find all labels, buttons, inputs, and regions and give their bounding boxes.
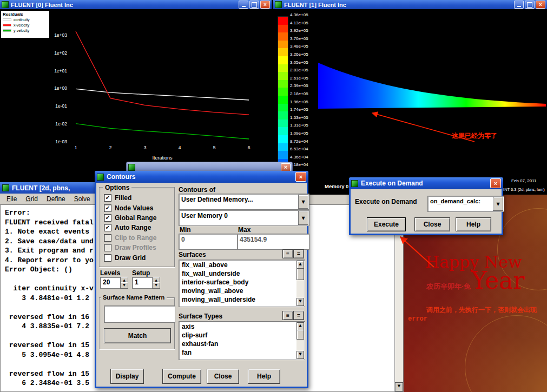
menu-item[interactable]: File xyxy=(2,195,21,203)
deselect-icon[interactable]: = xyxy=(293,311,304,320)
checkbox-icon[interactable] xyxy=(104,234,111,242)
surfaces-list-item[interactable]: moving_wall_underside xyxy=(180,296,296,304)
surfaces-list-item[interactable]: moving_wall_above xyxy=(180,287,296,296)
help-button[interactable]: Help xyxy=(456,217,491,231)
checkbox-icon[interactable]: ✔ xyxy=(104,204,111,212)
scroll-up-icon[interactable]: ▲ xyxy=(296,322,304,330)
spin-down-icon[interactable]: ▼ xyxy=(152,282,160,289)
menu-item[interactable]: Grid xyxy=(21,195,42,203)
checkbox-icon[interactable]: ✔ xyxy=(104,224,111,231)
colorbar-band xyxy=(278,127,288,135)
setup-stepper[interactable]: 1 ▲ ▼ xyxy=(132,277,160,289)
surface-types-list-item[interactable]: fan xyxy=(180,349,296,357)
function-dropdown[interactable]: on_demand_calc: ▼ xyxy=(427,196,504,212)
surfaces-list-item[interactable]: fix_wall_above xyxy=(180,261,296,270)
contours-of-dropdown[interactable]: User Defined Memory... ▼ xyxy=(179,194,309,210)
fluent1-title: FLUENT [1] Fluent Inc xyxy=(284,2,346,8)
close-icon[interactable]: × xyxy=(536,1,545,9)
colorbar-tick-label: 3.70e+05 xyxy=(290,36,308,44)
execute-titlebar[interactable]: Execute on Demand × xyxy=(349,177,503,189)
match-button[interactable]: Match xyxy=(104,328,171,343)
options-group: Options ✔Filled✔Node Values✔Global Range… xyxy=(99,187,175,267)
fluent1-titlebar[interactable]: FLUENT [1] Fluent Inc × xyxy=(273,0,547,9)
close-button[interactable]: Close xyxy=(414,217,450,231)
minimize-icon[interactable] xyxy=(514,1,524,9)
checkbox-label: Clip to Range xyxy=(115,234,156,242)
menu-item[interactable]: Define xyxy=(42,195,70,203)
y-axis-tick-label: 1e+00 xyxy=(45,85,67,103)
checkbox-label: Global Range xyxy=(115,214,156,222)
surface-name-pattern-input[interactable] xyxy=(104,305,175,323)
maximize-icon[interactable] xyxy=(249,1,259,9)
chevron-down-icon[interactable]: ▼ xyxy=(298,211,308,225)
help-button[interactable]: Help xyxy=(248,369,280,384)
checkbox-icon[interactable]: ✔ xyxy=(104,214,111,222)
close-icon[interactable]: × xyxy=(490,178,501,188)
compute-button[interactable]: Compute xyxy=(162,369,201,384)
min-field[interactable]: 0 xyxy=(179,234,239,250)
levels-label: Levels xyxy=(100,269,120,277)
scrollbar-thumb[interactable] xyxy=(296,268,304,280)
checkbox-icon[interactable] xyxy=(104,254,111,262)
checkbox-icon[interactable]: ✔ xyxy=(104,194,111,202)
surface-types-list-item[interactable]: exhaust-fan xyxy=(180,340,296,349)
scroll-down-icon[interactable]: ▼ xyxy=(296,298,304,306)
spin-down-icon[interactable]: ▼ xyxy=(120,282,128,289)
colorbar-tick-label: 1.09e+05 xyxy=(290,131,308,139)
contours-titlebar[interactable]: Contours × xyxy=(95,171,308,183)
option-filled[interactable]: ✔Filled xyxy=(100,193,174,203)
surface-types-list[interactable]: axisclip-surfexhaust-fanfan ▲ ▼ xyxy=(179,321,305,360)
levels-stepper[interactable]: 20 ▲ ▼ xyxy=(100,277,128,289)
surface-types-scrollbar[interactable]: ▲ ▼ xyxy=(296,322,304,359)
option-global-range[interactable]: ✔Global Range xyxy=(100,213,174,223)
surface-types-list-item[interactable]: clip-surf xyxy=(180,331,296,340)
surfaces-label: Surfaces xyxy=(179,251,206,258)
colorbar-band xyxy=(278,64,288,72)
contour-plot xyxy=(273,0,547,195)
memory-dropdown[interactable]: User Memory 0 ▼ xyxy=(179,210,309,226)
execute-button[interactable]: Execute xyxy=(367,217,406,231)
surfaces-scrollbar[interactable]: ▲ ▼ xyxy=(296,261,304,306)
setup-value[interactable]: 1 xyxy=(132,277,153,289)
colorbar-band xyxy=(278,80,288,88)
legend-item: continuity xyxy=(3,17,48,22)
minimize-icon[interactable] xyxy=(239,1,248,9)
select-all-icon[interactable]: ≡ xyxy=(282,249,293,258)
colorbar-tick-label: 4.13e+05 xyxy=(290,21,308,29)
surface-types-list-item[interactable]: axis xyxy=(180,323,296,331)
menu-item[interactable]: Solve xyxy=(70,195,95,203)
y-axis-tick-label: 1e-01 xyxy=(45,103,67,121)
fluent0-titlebar[interactable]: FLUENT [0] Fluent Inc × xyxy=(0,0,272,9)
max-field[interactable]: 435154.9 xyxy=(237,234,309,250)
checkbox-icon[interactable] xyxy=(104,244,111,251)
levels-value[interactable]: 20 xyxy=(100,277,121,289)
close-button[interactable]: Close xyxy=(207,369,239,384)
surfaces-list[interactable]: fix_wall_abovefix_wall_undersideinterior… xyxy=(179,260,305,307)
execute-on-demand-dialog: Execute on Demand × Execute on Demand on… xyxy=(349,177,503,235)
surfaces-list-item[interactable]: interior-surface_body xyxy=(180,278,296,287)
display-button[interactable]: Display xyxy=(110,369,144,384)
scroll-down-icon[interactable]: ▼ xyxy=(395,382,403,391)
option-auto-range[interactable]: ✔Auto Range xyxy=(100,223,174,232)
x-axis-tick-label: 3 xyxy=(128,145,162,150)
option-node-values[interactable]: ✔Node Values xyxy=(100,203,174,212)
x-axis-tick-label: 1 xyxy=(58,145,93,150)
scrollbar-thumb[interactable] xyxy=(296,330,304,340)
scroll-down-icon[interactable]: ▼ xyxy=(296,351,304,359)
setup-label: Setup xyxy=(132,269,150,277)
close-icon[interactable]: × xyxy=(260,1,270,9)
x-velocity-swatch xyxy=(3,24,11,26)
chevron-down-icon[interactable]: ▼ xyxy=(298,195,308,209)
close-icon[interactable]: × xyxy=(295,172,306,182)
colorbar-band xyxy=(278,96,288,104)
maximize-icon[interactable] xyxy=(525,1,535,9)
option-draw-grid[interactable]: Draw Grid xyxy=(100,253,174,262)
colorbar-band xyxy=(278,56,288,64)
deselect-icon[interactable]: = xyxy=(293,249,304,258)
surfaces-list-item[interactable]: fix_wall_underside xyxy=(180,270,296,278)
scroll-up-icon[interactable]: ▲ xyxy=(296,261,304,269)
select-all-icon[interactable]: ≡ xyxy=(282,311,293,320)
chevron-down-icon[interactable]: ▼ xyxy=(493,197,503,211)
residual-series-y-velocity xyxy=(76,124,249,139)
checkbox-label: Draw Grid xyxy=(115,254,146,262)
